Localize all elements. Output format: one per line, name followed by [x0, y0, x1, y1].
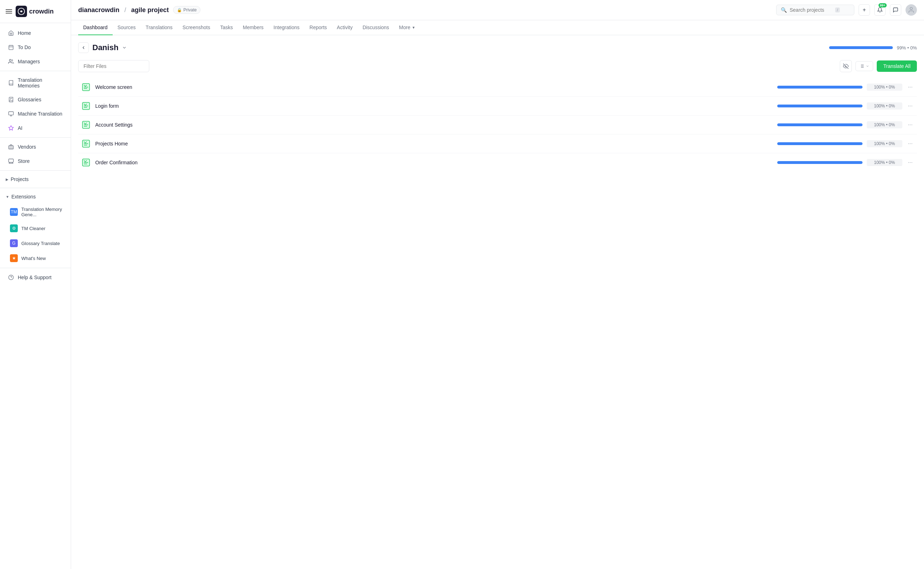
chevron-sort-icon — [866, 64, 869, 68]
filter-row: Translate All — [78, 60, 917, 72]
file-name: Projects Home — [95, 141, 773, 146]
file-item: Welcome screen 100% • 0% ··· — [78, 78, 917, 97]
notifications-button[interactable]: 99+ — [874, 4, 886, 16]
language-dropdown[interactable] — [122, 45, 127, 50]
chevron-down-icon — [122, 45, 127, 50]
sub-nav: Dashboard Sources Translations Screensho… — [71, 20, 924, 35]
sidebar-item-todo[interactable]: To Do — [2, 41, 68, 54]
file-icon — [81, 82, 91, 92]
projects-toggle[interactable]: ▶ Projects — [0, 173, 71, 186]
tab-reports[interactable]: Reports — [305, 20, 332, 35]
divider-3 — [0, 170, 71, 171]
sidebar-item-whats-new[interactable]: ★ What's New — [2, 251, 68, 265]
add-button[interactable]: + — [859, 4, 870, 16]
sidebar-item-vendors[interactable]: Vendors — [2, 140, 68, 154]
file-progress-fill — [777, 142, 863, 145]
sidebar-item-tm-gene[interactable]: TM Translation Memory Gene... — [2, 204, 68, 221]
sidebar-item-tm-label: Translation Memories — [18, 77, 63, 88]
file-name: Welcome screen — [95, 84, 773, 90]
main-content: dianacrowdin / agile project 🔒 Private 🔍… — [71, 0, 924, 569]
sidebar-item-whats-new-label: What's New — [21, 256, 46, 261]
filter-files-input[interactable] — [78, 60, 149, 72]
sidebar-item-vendors-label: Vendors — [18, 144, 36, 150]
sidebar-nav: Home To Do Managers Translation Memories — [0, 23, 71, 569]
tab-members[interactable]: Members — [238, 20, 268, 35]
file-progress-bar — [777, 86, 863, 88]
search-icon: 🔍 — [781, 7, 787, 13]
file-icon — [81, 101, 91, 111]
search-input[interactable] — [790, 7, 832, 13]
user-avatar[interactable] — [906, 4, 917, 16]
sidebar-item-help-label: Help & Support — [18, 275, 52, 280]
file-more-button[interactable]: ··· — [907, 101, 914, 111]
sidebar-item-help[interactable]: Help & Support — [2, 271, 68, 284]
sidebar: crowdin Home To Do Managers — [0, 0, 71, 569]
sidebar-item-tm[interactable]: Translation Memories — [2, 74, 68, 92]
search-box[interactable]: 🔍 / — [776, 5, 854, 15]
tab-more[interactable]: More ▼ — [394, 20, 420, 35]
file-list: Welcome screen 100% • 0% ··· Login form … — [78, 78, 917, 172]
file-more-button[interactable]: ··· — [907, 120, 914, 129]
sidebar-item-home-label: Home — [18, 30, 31, 36]
file-progress-fill — [777, 161, 863, 164]
sidebar-item-home[interactable]: Home — [2, 26, 68, 40]
sidebar-item-mt-label: Machine Translation — [18, 111, 62, 117]
help-icon — [8, 274, 14, 281]
tab-integrations[interactable]: Integrations — [269, 20, 305, 35]
file-more-button[interactable]: ··· — [907, 158, 914, 167]
file-stats: 100% • 0% — [867, 140, 902, 147]
hide-button[interactable] — [840, 60, 852, 72]
sidebar-item-glossary-translate[interactable]: G Glossary Translate — [2, 236, 68, 250]
tab-discussions[interactable]: Discussions — [358, 20, 394, 35]
divider-4 — [0, 188, 71, 188]
mt-icon — [8, 111, 14, 117]
extensions-toggle[interactable]: ▼ Extensions — [0, 190, 71, 203]
translate-all-button[interactable]: Translate All — [877, 61, 917, 72]
file-more-button[interactable]: ··· — [907, 139, 914, 148]
sidebar-item-mt[interactable]: Machine Translation — [2, 107, 68, 120]
sort-button[interactable] — [856, 61, 873, 71]
back-button[interactable] — [78, 42, 89, 53]
tab-sources[interactable]: Sources — [113, 20, 141, 35]
file-stats: 100% • 0% — [867, 102, 902, 110]
notifications-badge: 99+ — [878, 3, 887, 8]
sidebar-item-managers[interactable]: Managers — [2, 55, 68, 68]
file-progress-fill — [777, 123, 863, 126]
tab-dashboard[interactable]: Dashboard — [78, 20, 113, 35]
tab-translations[interactable]: Translations — [141, 20, 178, 35]
file-progress-bar — [777, 105, 863, 107]
file-stats: 100% • 0% — [867, 84, 902, 91]
file-stats: 100% • 0% — [867, 121, 902, 128]
sidebar-item-glossaries[interactable]: Glossaries — [2, 93, 68, 106]
tm-cleaner-icon: ⚙ — [10, 224, 18, 232]
file-more-button[interactable]: ··· — [907, 82, 914, 92]
whats-new-icon: ★ — [10, 254, 18, 262]
divider-5 — [0, 268, 71, 268]
ai-icon — [8, 125, 14, 131]
tab-screenshots[interactable]: Screenshots — [178, 20, 215, 35]
sidebar-item-ai[interactable]: AI — [2, 121, 68, 135]
language-header: Danish 99% • 0% — [78, 42, 917, 53]
back-icon — [81, 45, 86, 50]
divider-2 — [0, 137, 71, 138]
logo-text: crowdin — [29, 8, 54, 15]
sidebar-item-managers-label: Managers — [18, 59, 40, 64]
hamburger-button[interactable] — [6, 9, 12, 14]
tab-activity[interactable]: Activity — [332, 20, 358, 35]
project-name: agile project — [131, 6, 169, 14]
bell-icon — [877, 7, 883, 13]
sidebar-item-tm-cleaner[interactable]: ⚙ TM Cleaner — [2, 221, 68, 236]
file-name: Order Confirmation — [95, 160, 773, 165]
tm-gene-icon: TM — [10, 208, 18, 216]
privacy-badge: 🔒 Private — [173, 6, 200, 14]
file-item: Account Settings 100% • 0% ··· — [78, 116, 917, 134]
file-item: Projects Home 100% • 0% ··· — [78, 134, 917, 153]
home-icon — [8, 30, 14, 36]
svg-rect-8 — [9, 112, 13, 115]
sort-icon — [859, 64, 864, 68]
file-progress-bar — [777, 161, 863, 164]
tab-tasks[interactable]: Tasks — [215, 20, 238, 35]
chat-button[interactable] — [890, 4, 901, 16]
sidebar-item-store[interactable]: Store — [2, 154, 68, 168]
file-icon — [81, 120, 91, 130]
